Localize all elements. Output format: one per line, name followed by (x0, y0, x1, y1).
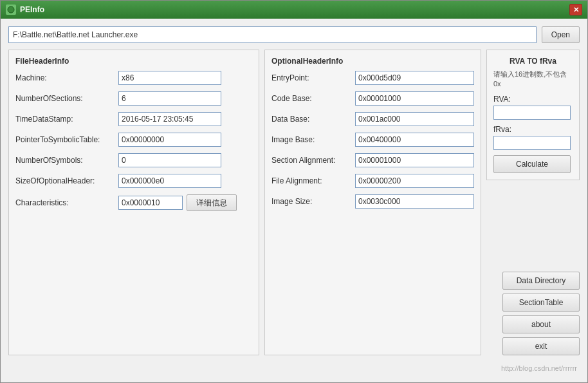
database-label: Data Base: (271, 115, 355, 124)
optsize-input[interactable] (118, 174, 221, 188)
timestamp-input[interactable] (118, 112, 221, 126)
exit-button[interactable]: exit (502, 337, 580, 355)
field-row-timestamp: TimeDataStamp: (15, 112, 252, 126)
file-path-input[interactable] (8, 26, 537, 43)
field-row-machine: Machine: (15, 71, 252, 85)
rva-section: RVA TO fRva 请输入16进制数,不包含0x RVA: fRva: Ca… (486, 50, 580, 180)
pointersym-label: PointerToSymbolicTable: (15, 135, 118, 144)
data-directory-button[interactable]: Data Directory (502, 272, 580, 290)
bottom-right-buttons: Data Directory SectionTable about exit (486, 272, 580, 355)
main-window: PEInfo ✕ Open FileHeaderInfo Machine: Nu… (0, 0, 588, 383)
optional-header-title: OptionalHeaderInfo (271, 57, 474, 66)
app-icon (6, 5, 16, 15)
open-button[interactable]: Open (542, 26, 580, 43)
section-table-button[interactable]: SectionTable (502, 294, 580, 312)
imagesize-label: Image Size: (271, 197, 355, 206)
numsymbols-input[interactable] (118, 153, 221, 167)
rva-input[interactable] (493, 106, 571, 120)
imagebase-input[interactable] (355, 133, 474, 147)
numsymbols-label: NumberOfSymbols: (15, 156, 118, 165)
field-row-numsections: NumberOfSections: (15, 91, 252, 106)
codebase-input[interactable] (355, 91, 474, 106)
field-row-characteristics: Characteristics: 详细信息 (15, 194, 252, 211)
field-row-database: Data Base: (271, 112, 474, 126)
file-header-panel: FileHeaderInfo Machine: NumberOfSections… (8, 50, 259, 355)
title-bar-left: PEInfo (6, 5, 44, 15)
database-input[interactable] (355, 112, 474, 126)
rva-title: RVA TO fRva (493, 57, 573, 66)
footer: http://blog.csdn.net/rrrrrr (8, 362, 580, 375)
field-row-imagebase: Image Base: (271, 133, 474, 147)
frva-input[interactable] (493, 136, 571, 150)
frva-label: fRva: (493, 125, 573, 134)
detail-button[interactable]: 详细信息 (187, 194, 237, 211)
field-row-imagesize: Image Size: (271, 194, 474, 209)
sectionalign-input[interactable] (355, 153, 474, 167)
filealign-label: File Alignment: (271, 176, 355, 185)
imagebase-label: Image Base: (271, 135, 355, 144)
filealign-input[interactable] (355, 174, 474, 188)
characteristics-label: Characteristics: (15, 198, 118, 207)
optsize-label: SizeOfOptionalHeader: (15, 176, 118, 185)
main-area: FileHeaderInfo Machine: NumberOfSections… (8, 50, 580, 355)
field-row-filealign: File Alignment: (271, 174, 474, 188)
optional-header-panel: OptionalHeaderInfo EntryPoint: Code Base… (264, 50, 481, 355)
about-button[interactable]: about (502, 315, 580, 333)
top-bar: Open (8, 26, 580, 43)
pointersym-input[interactable] (118, 133, 221, 147)
codebase-label: Code Base: (271, 94, 355, 103)
rva-hint: 请输入16进制数,不包含0x (493, 70, 573, 89)
machine-input[interactable] (118, 71, 221, 85)
window-title: PEInfo (20, 5, 44, 14)
title-bar: PEInfo ✕ (1, 1, 587, 19)
machine-label: Machine: (15, 73, 118, 82)
calculate-button[interactable]: Calculate (493, 155, 571, 173)
rva-label: RVA: (493, 95, 573, 104)
field-row-pointersym: PointerToSymbolicTable: (15, 133, 252, 147)
entrypoint-label: EntryPoint: (271, 73, 355, 82)
file-header-title: FileHeaderInfo (15, 57, 252, 66)
field-row-numsymbols: NumberOfSymbols: (15, 153, 252, 167)
content-area: Open FileHeaderInfo Machine: NumberOfSec… (1, 19, 587, 382)
imagesize-input[interactable] (355, 194, 474, 209)
close-button[interactable]: ✕ (569, 4, 582, 15)
numsections-input[interactable] (118, 91, 221, 106)
characteristics-row: 详细信息 (118, 194, 237, 211)
characteristics-input[interactable] (118, 196, 183, 210)
right-panel: RVA TO fRva 请输入16进制数,不包含0x RVA: fRva: Ca… (486, 50, 580, 355)
field-row-sectionalign: Section Alignment: (271, 153, 474, 167)
sectionalign-label: Section Alignment: (271, 156, 355, 165)
entrypoint-input[interactable] (355, 71, 474, 85)
numsections-label: NumberOfSections: (15, 94, 118, 103)
field-row-entrypoint: EntryPoint: (271, 71, 474, 85)
field-row-codebase: Code Base: (271, 91, 474, 106)
field-row-optsize: SizeOfOptionalHeader: (15, 174, 252, 188)
timestamp-label: TimeDataStamp: (15, 115, 118, 124)
footer-text: http://blog.csdn.net/rrrrrr (501, 364, 577, 372)
svg-point-0 (8, 6, 14, 13)
